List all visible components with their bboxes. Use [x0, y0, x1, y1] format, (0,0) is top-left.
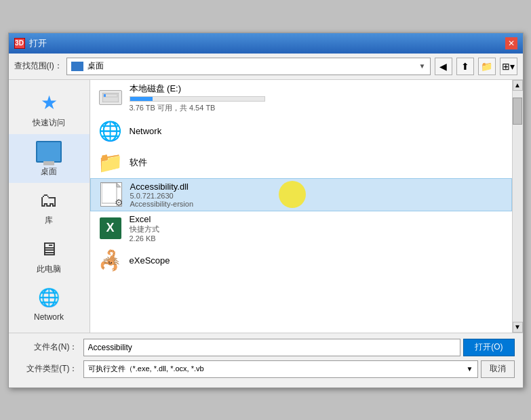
sidebar-label-network: Network	[34, 312, 64, 322]
file-info: Excel 快捷方式 2.26 KB	[130, 214, 159, 243]
list-item[interactable]: 本地磁盘 (E:) 3.76 TB 可用，共 4.54 TB	[90, 80, 512, 116]
file-name: Excel	[130, 214, 159, 224]
main-area: ★ 快速访问 桌面 🗂 库 🖥 此电脑	[9, 80, 523, 333]
excel-icon: X	[98, 216, 123, 240]
pc-icon: 🖥	[35, 237, 62, 261]
list-item[interactable]: X Excel 快捷方式 2.26 KB	[90, 211, 512, 245]
filename-label: 文件名(N)：	[17, 341, 78, 353]
sidebar: ★ 快速访问 桌面 🗂 库 🖥 此电脑	[9, 80, 90, 333]
sidebar-item-this-pc[interactable]: 🖥 此电脑	[9, 232, 90, 280]
title-bar-left: 3D 打开	[14, 37, 47, 49]
dialog-title: 打开	[29, 37, 47, 49]
sidebar-item-network[interactable]: 🌐 Network	[9, 280, 90, 327]
list-item[interactable]: 🌐 Network	[90, 116, 512, 147]
file-name: eXeScope	[130, 255, 170, 266]
star-icon: ★	[35, 91, 62, 115]
cancel-button[interactable]: 取消	[481, 360, 515, 378]
file-detail-desc: Accessibility-ersion	[130, 200, 194, 208]
file-name: 软件	[130, 156, 147, 169]
sidebar-label-library: 库	[45, 215, 53, 226]
file-detail-version: 5.0.721.2630	[130, 192, 194, 200]
views-button[interactable]: ⊞▾	[500, 58, 517, 75]
sidebar-label-quick-access: 快速访问	[33, 117, 65, 129]
file-info: Network	[130, 126, 162, 136]
filename-row: 文件名(N)： 打开(O)	[17, 339, 515, 356]
cursor-indicator	[279, 181, 306, 208]
file-detail: 3.76 TB 可用，共 4.54 TB	[130, 103, 265, 113]
filetype-input-wrapper: 可执行文件（*.exe, *.dll, *.ocx, *.vb ▼ 取消	[83, 360, 515, 378]
filetype-label: 文件类型(T)：	[17, 363, 78, 375]
file-size: 2.26 KB	[130, 234, 159, 243]
desktop-icon	[71, 62, 83, 71]
filetype-value: 可执行文件（*.exe, *.dll, *.ocx, *.vb	[88, 364, 204, 374]
back-button[interactable]: ◀	[435, 58, 452, 75]
open-button[interactable]: 打开(O)	[463, 339, 514, 356]
file-detail: 快捷方式	[130, 224, 159, 234]
network-icon: 🌐	[98, 119, 123, 144]
filetype-dropdown[interactable]: 可执行文件（*.exe, *.dll, *.ocx, *.vb ▼	[83, 360, 478, 378]
network-sidebar-icon: 🌐	[35, 286, 62, 310]
filetype-row: 文件类型(T)： 可执行文件（*.exe, *.dll, *.ocx, *.vb…	[17, 360, 515, 378]
chevron-down-icon: ▼	[419, 62, 426, 70]
file-info: 软件	[130, 156, 147, 169]
file-list: 本地磁盘 (E:) 3.76 TB 可用，共 4.54 TB 🌐 Network	[90, 80, 512, 276]
library-icon: 🗂	[35, 188, 62, 213]
filename-input[interactable]	[83, 339, 461, 356]
location-label: 查找范围(I)：	[14, 60, 62, 72]
file-name: Network	[130, 126, 162, 136]
drive-icon	[98, 85, 123, 110]
sidebar-label-this-pc: 此电脑	[37, 264, 61, 275]
sidebar-item-library[interactable]: 🗂 库	[9, 183, 90, 232]
title-bar: 3D 打开 ✕	[9, 33, 523, 54]
scroll-down-button[interactable]: ▼	[513, 322, 523, 333]
location-value: 桌面	[87, 60, 415, 72]
file-info: Accessibility.dll 5.0.721.2630 Accessibi…	[130, 182, 194, 208]
file-info: 本地磁盘 (E:) 3.76 TB 可用，共 4.54 TB	[130, 83, 265, 113]
dll-icon: ⚙	[99, 182, 123, 207]
sidebar-item-desktop[interactable]: 桌面	[9, 134, 90, 183]
sidebar-label-desktop: 桌面	[41, 166, 57, 177]
file-info: eXeScope	[130, 255, 170, 266]
up-button[interactable]: ⬆	[456, 58, 474, 75]
filename-input-wrapper: 打开(O)	[83, 339, 515, 356]
scroll-up-button[interactable]: ▲	[513, 80, 523, 91]
list-item[interactable]: 🦂 eXeScope	[90, 245, 512, 276]
bottom-area: 文件名(N)： 打开(O) 文件类型(T)： 可执行文件（*.exe, *.dl…	[9, 333, 523, 387]
svg-rect-3	[104, 94, 106, 97]
exescope-icon: 🦂	[98, 249, 123, 273]
chevron-down-icon: ▼	[467, 365, 473, 373]
open-dialog: 3D 打开 ✕ 查找范围(I)： 桌面 ▼ ◀ ⬆ 📁 ⊞▾ ★ 快速访问	[8, 33, 524, 388]
scrollbar-track	[513, 91, 523, 322]
close-button[interactable]: ✕	[505, 37, 517, 49]
list-item[interactable]: ⚙ Accessibility.dll 5.0.721.2630 Accessi…	[90, 178, 512, 211]
folder-icon: 📁	[98, 150, 123, 175]
sidebar-item-quick-access[interactable]: ★ 快速访问	[9, 85, 90, 134]
toolbar: 查找范围(I)： 桌面 ▼ ◀ ⬆ 📁 ⊞▾	[9, 54, 523, 80]
file-name: Accessibility.dll	[130, 182, 194, 192]
gear-icon: ⚙	[115, 197, 123, 208]
desktop-sidebar-icon	[35, 140, 62, 164]
new-folder-button[interactable]: 📁	[478, 58, 496, 75]
svg-marker-5	[117, 183, 121, 187]
scrollbar: ▲ ▼	[512, 80, 523, 333]
file-list-area: 本地磁盘 (E:) 3.76 TB 可用，共 4.54 TB 🌐 Network	[90, 80, 512, 333]
location-dropdown[interactable]: 桌面 ▼	[66, 58, 431, 75]
app-icon: 3D	[14, 38, 25, 49]
list-item[interactable]: 📁 软件	[90, 147, 512, 178]
scrollbar-thumb[interactable]	[513, 98, 522, 125]
file-name: 本地磁盘 (E:)	[130, 83, 265, 95]
